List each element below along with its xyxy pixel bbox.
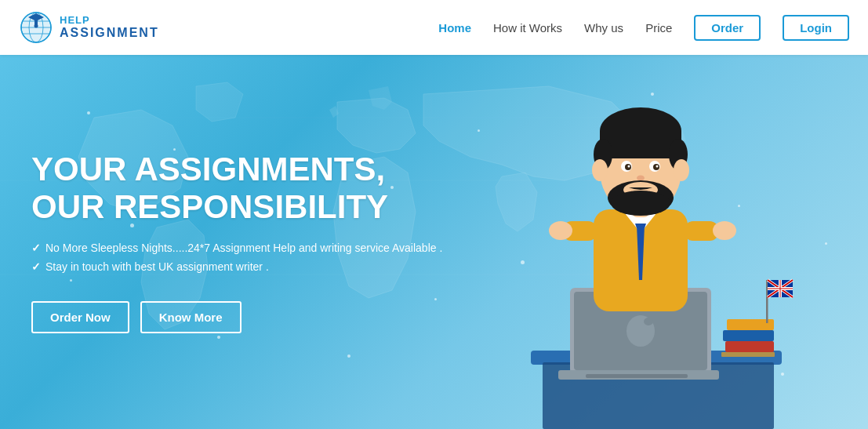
- logo-assignment-label: ASSIGNMENT: [60, 26, 159, 40]
- svg-point-55: [637, 176, 645, 181]
- svg-point-54: [656, 165, 659, 168]
- logo-help-label: HELP: [60, 15, 159, 26]
- logo: HELP ASSIGNMENT: [19, 10, 159, 45]
- character-svg: [468, 68, 797, 429]
- nav-price[interactable]: Price: [645, 21, 672, 35]
- svg-point-53: [628, 165, 630, 168]
- hero-know-more-button[interactable]: Know More: [140, 301, 242, 333]
- main-nav: Home How it Works Why us Price Order Log…: [438, 15, 849, 41]
- hero-section: YOUR ASSIGNMENTS, OUR RESPONSIBILITY No …: [0, 55, 868, 429]
- svg-point-62: [549, 221, 572, 240]
- hero-order-now-button[interactable]: Order Now: [31, 301, 129, 333]
- svg-rect-23: [586, 374, 688, 378]
- hero-illustration: [452, 55, 844, 429]
- logo-text: HELP ASSIGNMENT: [60, 15, 159, 40]
- svg-rect-27: [721, 352, 775, 357]
- hero-buttons: Order Now Know More: [31, 301, 446, 333]
- svg-rect-25: [723, 330, 774, 341]
- login-button[interactable]: Login: [783, 15, 849, 41]
- hero-bullets: No More Sleepless Nights.....24*7 Assign…: [31, 242, 446, 279]
- hero-title: YOUR ASSIGNMENTS, OUR RESPONSIBILITY: [31, 151, 446, 227]
- nav-home[interactable]: Home: [438, 21, 471, 35]
- nav-why-us[interactable]: Why us: [584, 21, 623, 35]
- order-button[interactable]: Order: [694, 15, 761, 41]
- svg-point-60: [674, 159, 689, 181]
- svg-point-59: [592, 159, 608, 181]
- svg-point-58: [611, 191, 670, 216]
- logo-icon: [19, 10, 53, 45]
- header: HELP ASSIGNMENT Home How it Works Why us…: [0, 0, 868, 55]
- hero-bullet-1: No More Sleepless Nights.....24*7 Assign…: [31, 242, 446, 254]
- svg-rect-26: [725, 341, 774, 352]
- hero-bullet-2: Stay in touch with best UK assignment wr…: [31, 260, 446, 273]
- svg-point-21: [644, 318, 653, 325]
- svg-point-9: [35, 24, 38, 28]
- svg-rect-37: [768, 289, 793, 289]
- hero-content: YOUR ASSIGNMENTS, OUR RESPONSIBILITY No …: [0, 55, 478, 429]
- nav-how-it-works[interactable]: How it Works: [493, 21, 562, 35]
- svg-marker-42: [635, 224, 646, 228]
- svg-point-64: [713, 221, 736, 240]
